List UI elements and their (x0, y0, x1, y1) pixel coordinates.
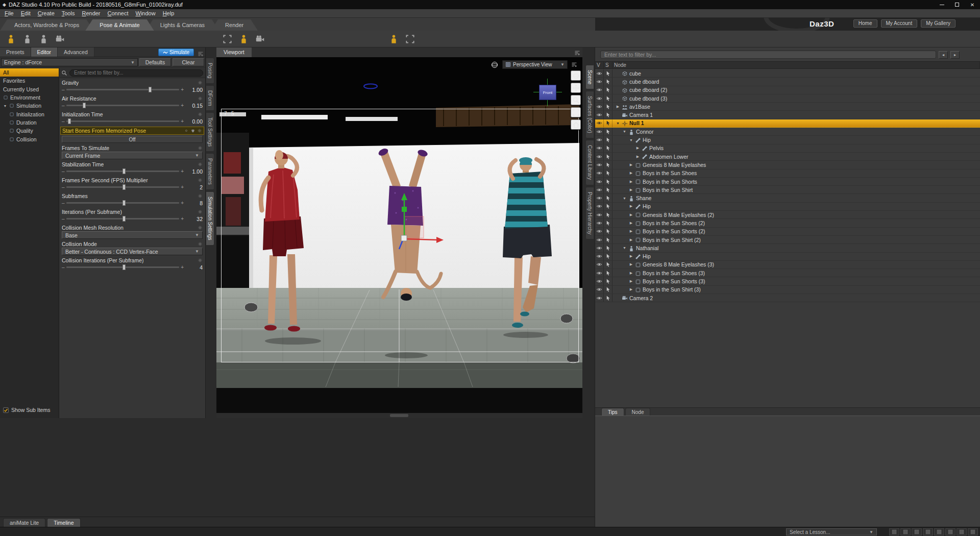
menu-window[interactable]: Window (132, 9, 159, 18)
tab-animate-lite[interactable]: aniMate Lite (3, 518, 45, 527)
category-collision[interactable]: Collision (0, 135, 59, 143)
visibility-eye-icon[interactable] (595, 194, 604, 202)
nudge-up[interactable]: + (181, 216, 184, 222)
param-slider-frames-per-second-fps-multiplier[interactable]: –+2 (60, 183, 204, 191)
dock-tab-surfaces-color[interactable]: Surfaces (Color) (585, 91, 594, 138)
slider-handle[interactable] (122, 168, 126, 174)
expand-arrow-icon[interactable]: ▼ (622, 197, 627, 200)
expand-arrow-icon[interactable]: ▶ (629, 163, 633, 167)
param-dropdown-frames-to-simulate[interactable]: Current Frame▼ (62, 152, 203, 159)
scene-tree-row-boys-in-the-sun-shorts-2[interactable]: ▶Boys in the Sun Shorts (2) (595, 228, 980, 236)
selectability-cursor-icon[interactable] (604, 203, 612, 210)
slider-handle[interactable] (122, 200, 126, 206)
scene-tree-row-connor[interactable]: ▼Connor (595, 128, 980, 136)
selectability-cursor-icon[interactable] (604, 103, 612, 110)
selectability-cursor-icon[interactable] (604, 261, 612, 269)
slider-handle[interactable] (83, 103, 86, 108)
menu-tools[interactable]: Tools (58, 9, 79, 18)
expand-arrow-icon[interactable]: ▶ (629, 271, 633, 275)
visibility-eye-icon[interactable] (595, 128, 604, 135)
category-initialization[interactable]: Initialization (0, 110, 59, 118)
expand-arrow-icon[interactable]: ▼ (622, 246, 627, 250)
scene-tree-row-boys-in-the-sun-shirt-3[interactable]: ▶Boys in the Sun Shirt (3) (595, 286, 980, 294)
expand-arrow-icon[interactable]: ▶ (629, 204, 633, 208)
expand-arrow-icon[interactable]: ▼ (622, 130, 627, 133)
visibility-eye-icon[interactable] (595, 211, 604, 218)
selectability-cursor-icon[interactable] (604, 228, 612, 235)
tab-timeline[interactable]: Timeline (47, 518, 80, 527)
simulate-button[interactable]: Simulate (158, 48, 194, 56)
param-slider-air-resistance[interactable]: –+0.15 (60, 102, 204, 109)
visibility-eye-icon[interactable] (595, 144, 604, 152)
slider-track[interactable] (66, 105, 180, 106)
frame-tool-icon[interactable] (220, 32, 234, 45)
expand-arrow-icon[interactable]: ▶ (629, 221, 633, 225)
workspace-tab-actors-wardrobe-props[interactable]: Actors, Wardrobe & Props (0, 19, 93, 31)
scene-tree-row-hip[interactable]: ▶Hip (595, 203, 980, 211)
clear-button[interactable]: Clear (173, 58, 204, 66)
selectability-cursor-icon[interactable] (604, 144, 612, 152)
expand-arrow-icon[interactable]: ▶ (629, 287, 633, 291)
selectability-cursor-icon[interactable] (604, 136, 612, 143)
param-slider-collision-iterations-per-subframe[interactable]: –+4 (60, 263, 204, 271)
expand-arrow-icon[interactable]: ▶ (629, 279, 633, 283)
scene-tree-row-boys-in-the-sun-shoes-2[interactable]: ▶Boys in the Sun Shoes (2) (595, 219, 980, 227)
scene-tree-row-cube-dboard-2[interactable]: cube dboard (2) (595, 86, 980, 94)
expand-arrow-icon[interactable]: ▶ (629, 171, 633, 175)
viewport-3d-scene[interactable]: 7 : 5 Perspective View ▼ Front (216, 57, 582, 413)
render-camera-tool-icon[interactable] (53, 32, 66, 45)
slider-track[interactable] (66, 120, 180, 122)
expand-arrow-icon[interactable]: ▶ (629, 254, 633, 258)
visibility-eye-icon[interactable] (595, 269, 604, 277)
nav-back-icon[interactable]: ◂ (939, 51, 948, 59)
nudge-up[interactable]: + (181, 169, 184, 174)
param-slider-stabilization-time[interactable]: –+1.00 (60, 167, 204, 175)
expand-arrow-icon[interactable]: ▼ (629, 138, 633, 142)
selectability-cursor-icon[interactable] (604, 161, 612, 168)
orbit-icon[interactable] (571, 70, 581, 81)
pane-layout-button-6[interactable] (945, 528, 955, 535)
selectability-cursor-icon[interactable] (604, 253, 612, 260)
dock-tab-property-hierarchy[interactable]: Property Hierarchy (585, 187, 594, 239)
scene-tree-row-genesis-8-male-eyelashes-2[interactable]: ▶Genesis 8 Male Eyelashes (2) (595, 211, 980, 219)
scene-tree-row-boys-in-the-sun-shorts[interactable]: ▶Boys in the Sun Shorts (595, 178, 980, 186)
expand-arrow-icon[interactable]: ▶ (629, 213, 633, 217)
visibility-eye-icon[interactable] (595, 136, 604, 143)
left-tab-editor[interactable]: Editor (31, 47, 58, 57)
nudge-down[interactable]: – (62, 201, 65, 206)
selectability-cursor-icon[interactable] (604, 269, 612, 277)
nudge-down[interactable]: – (62, 103, 65, 108)
parameter-filter-input[interactable] (69, 69, 203, 77)
nudge-up[interactable]: + (181, 265, 184, 270)
visibility-eye-icon[interactable] (595, 153, 604, 160)
engine-dropdown[interactable]: Engine : dForce ▼ (1, 58, 138, 66)
menu-file[interactable]: File (1, 9, 17, 18)
orientation-cube-face[interactable]: Front (539, 85, 556, 100)
expand-arrow-icon[interactable]: ▼ (616, 121, 620, 125)
pane-layout-button-8[interactable] (968, 528, 978, 535)
visibility-eye-icon[interactable] (595, 286, 604, 294)
category-all[interactable]: All (0, 68, 59, 77)
expand-arrow-icon[interactable]: ▶ (629, 229, 633, 233)
scene-tree-row-hip[interactable]: ▼Hip (595, 136, 980, 144)
lesson-dropdown[interactable]: Select a Lesson... ▼ (786, 528, 877, 535)
scene-tree-row-shane[interactable]: ▼Shane (595, 194, 980, 202)
scene-tree-row-genesis-8-male-eyelashes[interactable]: ▶Genesis 8 Male Eyelashes (595, 161, 980, 169)
dock-tab-simulation-settings[interactable]: Simulation Settings (206, 191, 214, 246)
nudge-down[interactable]: – (62, 216, 65, 222)
scene-tree-row-camera-1[interactable]: Camera 1 (595, 111, 980, 119)
visibility-eye-icon[interactable] (595, 261, 604, 269)
expand-arrow-icon[interactable]: ▶ (629, 238, 633, 242)
visibility-eye-icon[interactable] (595, 78, 604, 85)
visibility-eye-icon[interactable] (595, 219, 604, 227)
selectability-cursor-icon[interactable] (604, 94, 612, 102)
selectability-cursor-icon[interactable] (604, 69, 612, 77)
param-dropdown-collision-mode[interactable]: Better - Continuous : CCD Vertex-Face▼ (62, 248, 203, 255)
nudge-down[interactable]: – (62, 87, 65, 92)
nav-forward-icon[interactable]: ▸ (950, 51, 960, 59)
selectability-cursor-icon[interactable] (604, 78, 612, 85)
scene-tree-row-cube-dboard-3[interactable]: cube dboard (3) (595, 94, 980, 103)
show-sub-items-row[interactable]: Show Sub Items (3, 407, 50, 413)
param-dropdown-collision-mesh-resolution[interactable]: Base▼ (62, 231, 203, 239)
menu-connect[interactable]: Connect (104, 9, 132, 18)
